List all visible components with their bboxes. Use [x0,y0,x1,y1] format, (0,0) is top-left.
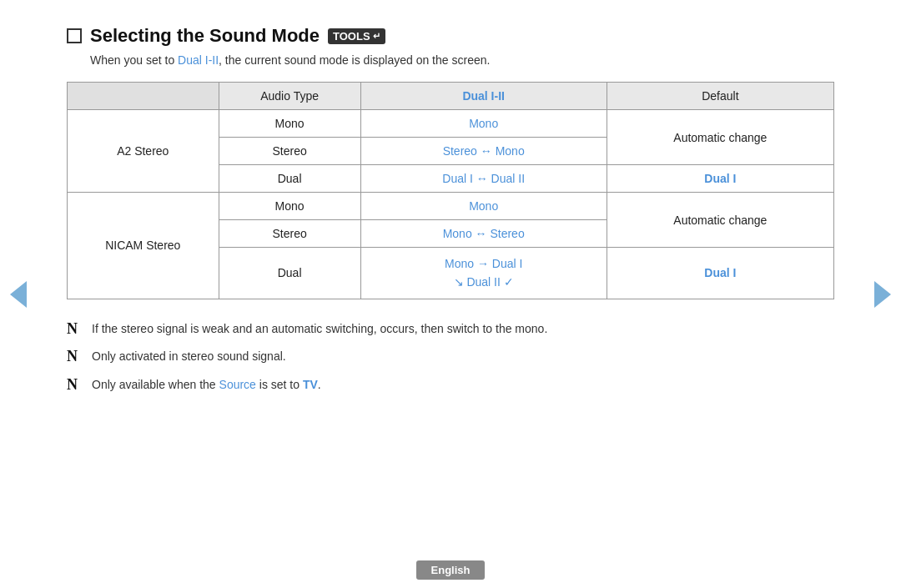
footer: English [0,560,901,580]
col-header-empty [68,83,219,110]
dual-mono-1: Mono [360,110,607,138]
note3-suffix: . [318,378,321,391]
table-header-row: Audio Type Dual I-II Default [68,83,834,110]
note3-source-link: Source [219,378,256,391]
dual-mono-2: Mono [360,193,607,220]
table-row: A2 Stereo Mono Mono Automatic change [68,110,834,138]
note-text-3: Only available when the Source is set to… [92,375,321,394]
audio-stereo-1: Stereo [219,138,360,165]
audio-dual-2: Dual [219,248,360,299]
col-header-dual: Dual I-II [360,83,607,110]
nav-arrow-left[interactable] [10,281,27,308]
audio-dual-1: Dual [219,165,360,193]
note3-prefix: Only available when the [92,378,219,391]
checkbox-icon [67,28,82,43]
automatic-change-2: Automatic change [607,193,833,248]
dual-link: Dual I-II [178,53,219,67]
dual-mono-stereo: Mono ↔ Stereo [360,220,607,248]
notes-section: N If the stereo signal is weak and an au… [67,319,834,395]
audio-mono-1: Mono [219,110,360,138]
note-text-1: If the stereo signal is weak and an auto… [92,319,547,338]
note-n-2: N [67,347,83,366]
automatic-change-1: Automatic change [607,110,833,165]
note3-tv-link: TV [303,378,318,391]
dual-ii-line: ↘ Dual II ✓ [454,275,514,289]
a2-stereo-label: A2 Stereo [68,110,219,193]
dual-stereo-mono: Stereo ↔ Mono [360,138,607,165]
dual-dual-2: Mono → Dual I↘ Dual II ✓ [360,248,607,299]
note-item-2: N Only activated in stereo sound signal. [67,347,834,366]
default-dual-i-2: Dual I [607,248,833,299]
table-row: NICAM Stereo Mono Mono Automatic change [68,193,834,220]
page-title: Selecting the Sound Mode [90,25,320,47]
subtitle-prefix: When you set to [90,53,178,67]
note-item-3: N Only available when the Source is set … [67,375,834,395]
col-header-default: Default [607,83,833,110]
default-dual-i-1: Dual I [607,165,833,193]
audio-stereo-2: Stereo [219,220,360,248]
tools-badge: TOOLS ↵ [328,28,385,44]
nav-arrow-right[interactable] [874,281,891,308]
subtitle-suffix: , the current sound mode is displayed on… [219,53,490,67]
note-item-1: N If the stereo signal is weak and an au… [67,319,834,339]
nicam-stereo-label: NICAM Stereo [68,193,219,299]
col-header-audio-type: Audio Type [219,83,360,110]
note3-middle: is set to [256,378,303,391]
page-content: Selecting the Sound Mode TOOLS ↵ When yo… [0,0,901,420]
note-n-3: N [67,375,83,395]
dual-dual-1: Dual I ↔ Dual II [360,165,607,193]
tools-label: TOOLS [333,30,370,43]
language-badge: English [416,560,486,580]
audio-mono-2: Mono [219,193,360,220]
title-row: Selecting the Sound Mode TOOLS ↵ [67,25,834,47]
tools-return-icon: ↵ [373,31,380,42]
subtitle: When you set to Dual I-II, the current s… [90,53,834,67]
note-n-1: N [67,319,83,339]
sound-table: Audio Type Dual I-II Default A2 Stereo M… [67,82,834,299]
note-text-2: Only activated in stereo sound signal. [92,347,286,365]
